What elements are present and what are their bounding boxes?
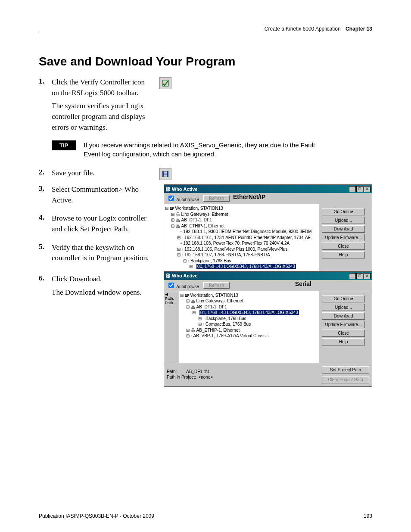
close-icon[interactable]: × bbox=[364, 186, 371, 192]
upload-button[interactable]: Upload... bbox=[322, 304, 365, 311]
step-number: 1. bbox=[39, 77, 52, 86]
help-button[interactable]: Help bbox=[322, 338, 365, 345]
step-text: Click the Verify Controller icon on the … bbox=[52, 77, 151, 133]
close-button[interactable]: Close bbox=[322, 330, 365, 337]
maximize-icon[interactable]: □ bbox=[356, 186, 363, 192]
publication-id: Publication IASIMP-QS003B-EN-P - October… bbox=[39, 513, 154, 519]
set-project-path-button[interactable]: Set Project Path bbox=[322, 366, 369, 373]
page-header: Create a Kinetix 6000 Application Chapte… bbox=[39, 26, 372, 33]
project-path-value: <none> bbox=[198, 375, 213, 380]
close-icon[interactable]: × bbox=[364, 273, 371, 279]
chapter-label: Chapter 13 bbox=[346, 26, 372, 32]
verify-controller-icon bbox=[159, 77, 171, 89]
titlebar: ⛓Who Active _□× bbox=[164, 185, 372, 193]
save-icon bbox=[159, 168, 171, 180]
window-icon: ⛓ bbox=[165, 187, 170, 192]
step-text: Verify that the keyswitch on controller … bbox=[52, 243, 151, 264]
titlebar: ⛓Who Active _□× bbox=[164, 272, 372, 280]
go-online-button[interactable]: Go Online bbox=[322, 295, 365, 302]
tip-block: TIP If you receive warnings related to A… bbox=[52, 140, 372, 159]
help-button[interactable]: Help bbox=[322, 251, 365, 258]
who-active-window-serial: Serial ⛓Who Active _□× Autobrowse Refres… bbox=[164, 271, 372, 387]
download-button[interactable]: Download bbox=[322, 225, 365, 233]
step-text: Select Communication> Who Active. bbox=[52, 184, 151, 205]
step-text: Save your file. bbox=[52, 168, 151, 179]
download-button[interactable]: Download bbox=[322, 312, 365, 320]
window-title: Who Active bbox=[172, 187, 198, 192]
update-firmware-button[interactable]: Update Firmware... bbox=[322, 321, 365, 328]
device-tree[interactable]: ⊟ 🖳 Workstation, STATION13 ⊞ 品 Linx Gate… bbox=[179, 291, 319, 363]
network-label: Serial bbox=[295, 280, 311, 287]
update-firmware-button[interactable]: Update Firmware... bbox=[322, 234, 365, 241]
minimize-icon[interactable]: _ bbox=[349, 186, 356, 192]
window-title: Who Active bbox=[172, 273, 198, 278]
autobrowse-checkbox[interactable]: Autobrowse bbox=[167, 194, 199, 202]
maximize-icon[interactable]: □ bbox=[356, 273, 363, 279]
device-tree[interactable]: ⊟ 🖳 Workstation, STATION13 ⊞ 品 Linx Gate… bbox=[164, 204, 319, 271]
svg-rect-3 bbox=[164, 174, 167, 177]
network-label: EtherNet/IP bbox=[233, 193, 265, 200]
step-text: Browse to your Logix controller and clic… bbox=[52, 213, 151, 234]
clear-project-path-button: Clear Project Path bbox=[322, 376, 369, 383]
refresh-button[interactable]: Refresh bbox=[203, 282, 230, 289]
refresh-button[interactable]: Refresh bbox=[203, 195, 230, 202]
svg-rect-2 bbox=[164, 171, 167, 174]
go-online-button[interactable]: Go Online bbox=[322, 208, 365, 215]
autobrowse-checkbox[interactable]: Autobrowse bbox=[167, 281, 199, 289]
window-controls[interactable]: _□× bbox=[349, 186, 371, 192]
step-number: 5. bbox=[39, 243, 52, 251]
selected-tree-item[interactable]: 00, 1768-L43 LOGIX5343, 1768-L43/A LOGIX… bbox=[196, 264, 296, 269]
close-button[interactable]: Close bbox=[322, 243, 365, 250]
window-controls[interactable]: _□× bbox=[349, 273, 371, 279]
path-value: AB_DF1-1\1 bbox=[186, 369, 210, 374]
page-footer: Publication IASIMP-QS003B-EN-P - October… bbox=[39, 513, 372, 519]
who-active-window-ethernet: EtherNet/IP ⛓Who Active _□× Autobrowse R… bbox=[164, 184, 372, 271]
header-title: Create a Kinetix 6000 Application bbox=[265, 26, 341, 32]
step-number: 2. bbox=[39, 168, 52, 177]
path-bar: Path: AB_DF1-1\1 Path in Project: <none>… bbox=[164, 363, 372, 386]
step-text: Click Download. The Download window open… bbox=[52, 274, 151, 298]
step-number: 6. bbox=[39, 274, 52, 283]
selected-tree-item[interactable]: 01, 1768-L43 LOGIX5343, 1768-L43/A LOGIX… bbox=[199, 310, 299, 315]
window-icon: ⛓ bbox=[165, 273, 170, 278]
minimize-icon[interactable]: _ bbox=[349, 273, 356, 279]
step-number: 4. bbox=[39, 213, 52, 222]
tip-badge: TIP bbox=[52, 140, 76, 150]
page-number: 193 bbox=[364, 513, 372, 519]
button-panel: Go Online Upload... Download Update Firm… bbox=[319, 291, 372, 363]
button-panel: Go Online Upload... Download Update Firm… bbox=[319, 204, 372, 271]
step-number: 3. bbox=[39, 184, 52, 193]
upload-button[interactable]: Upload... bbox=[322, 217, 365, 224]
tip-text: If you receive warnings related to AXIS_… bbox=[84, 140, 325, 159]
path-side-label: ◀Path:Path bbox=[164, 291, 179, 363]
page-heading: Save and Download Your Program bbox=[39, 55, 372, 68]
